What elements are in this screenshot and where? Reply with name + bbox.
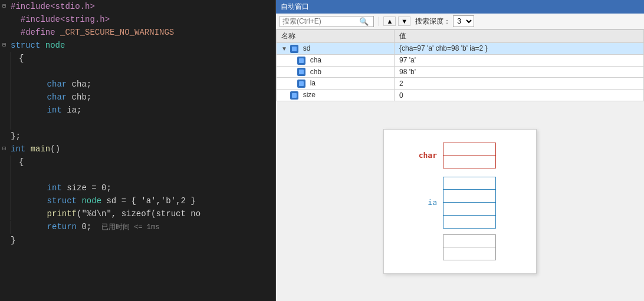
- expand-icon-9: [2, 104, 11, 117]
- expand-icon-3: [2, 26, 11, 39]
- code-text: (): [50, 143, 60, 156]
- expand-icon-10: [2, 117, 11, 130]
- code-text: int size = 0;: [27, 181, 111, 194]
- code-line-18: return 0; 已用时间 <= 1ms: [0, 220, 275, 234]
- expand-icon-15: [2, 181, 11, 194]
- mem-cell-ia3: [443, 203, 496, 216]
- search-box-container[interactable]: 🔍: [280, 16, 374, 27]
- indent-guide: [11, 194, 19, 207]
- var-name-cell: ia: [277, 78, 395, 90]
- expand-tri-chb: [288, 69, 295, 75]
- mem-row-char: char: [402, 143, 518, 168]
- indent-guide: [11, 207, 19, 220]
- expand-icon-14: [2, 168, 11, 181]
- expand-icon-5: [2, 52, 11, 65]
- table-row[interactable]: ▼ sd {cha=97 'a' chb=98 'b' ia=2 }: [277, 43, 644, 55]
- var-name: size: [303, 91, 316, 99]
- var-value-cell: 0: [395, 90, 644, 101]
- code-line-19: }: [0, 234, 275, 247]
- code-line-1: ⊟ #include<stdio.h>: [0, 0, 275, 13]
- code-text: char chb;: [27, 91, 91, 104]
- code-line-7: char cha;: [0, 78, 275, 91]
- mem-cell-pad2: [443, 247, 496, 260]
- var-value-cell: 97 'a': [395, 54, 644, 66]
- mem-cell-pad1: [443, 234, 496, 247]
- mem-cell-ia4: [443, 216, 496, 229]
- table-row[interactable]: cha 97 'a': [277, 54, 644, 66]
- expand-tri-cha: [288, 57, 295, 64]
- expand-icon-13: [2, 156, 11, 168]
- mem-label-char: char: [402, 151, 437, 160]
- var-name: ia: [310, 79, 316, 87]
- var-name: sd: [303, 44, 311, 52]
- code-text: #define _CRT_SECURE_NO_WARNINGS: [11, 26, 174, 39]
- indent-guide: [11, 221, 19, 234]
- expand-icon-4[interactable]: ⊟: [2, 39, 11, 52]
- table-row[interactable]: chb 98 'b': [277, 66, 644, 78]
- code-text: {: [19, 52, 24, 65]
- search-divider: │: [376, 16, 381, 26]
- expand-icon-17: [2, 207, 11, 220]
- code-line-2: #include<string.h>: [0, 13, 275, 26]
- code-line-17: printf("%d\n", sizeof(struct no: [0, 207, 275, 220]
- code-text: int: [11, 143, 25, 156]
- var-name-cell: cha: [277, 54, 395, 66]
- search-up-button[interactable]: ▲: [383, 16, 396, 26]
- indent-guide: [11, 104, 19, 117]
- code-line-13: {: [0, 156, 275, 168]
- search-icon[interactable]: 🔍: [359, 17, 369, 26]
- code-text: main: [31, 143, 51, 156]
- code-line-16: struct node sd = { 'a','b',2 }: [0, 194, 275, 207]
- autos-header: 自动窗口: [276, 0, 644, 14]
- code-text: struct: [11, 39, 45, 52]
- var-icon: [297, 80, 305, 88]
- var-icon: [290, 91, 298, 100]
- var-icon: [297, 57, 305, 65]
- code-line-4: ⊟ struct node: [0, 39, 275, 52]
- mem-cell-cha: [443, 143, 496, 156]
- search-input[interactable]: [282, 17, 359, 25]
- code-line-9: int ia;: [0, 104, 275, 117]
- var-value-cell: 98 'b': [395, 66, 644, 78]
- autos-toolbar: 🔍 │ ▲ ▼ 搜索深度： 3 1 2 4 5: [276, 14, 644, 29]
- code-line-11: };: [0, 130, 275, 143]
- mem-row-pad: [402, 234, 518, 260]
- var-icon: [290, 45, 298, 53]
- indent-guide: [11, 181, 19, 194]
- var-name: cha: [310, 56, 321, 64]
- indent-guide: [11, 91, 19, 104]
- expand-triangle-icon[interactable]: ▼: [281, 45, 288, 52]
- expand-tri-ia: [288, 80, 295, 87]
- mem-label-ia: ia: [402, 198, 437, 207]
- expand-icon-7: [2, 78, 11, 91]
- expand-icon-12[interactable]: ⊟: [2, 143, 11, 156]
- mem-cell-chb: [443, 156, 496, 168]
- code-text: printf("%d\n", sizeof(struct no: [27, 207, 201, 220]
- code-line-14: [0, 168, 275, 181]
- search-down-button[interactable]: ▼: [398, 16, 410, 26]
- expand-icon-19: [2, 234, 11, 247]
- mem-cell-ia2: [443, 190, 496, 203]
- code-line-15: int size = 0;: [0, 181, 275, 194]
- memory-box: char ia: [383, 129, 537, 274]
- indent-guide: [11, 168, 19, 181]
- code-editor: ⊟ #include<stdio.h> #include<string.h> #…: [0, 0, 276, 301]
- depth-select[interactable]: 3 1 2 4 5: [453, 15, 474, 27]
- code-text: #include<string.h>: [11, 13, 110, 26]
- expand-icon-1[interactable]: ⊟: [2, 0, 11, 13]
- table-row[interactable]: ia 2: [277, 78, 644, 90]
- table-row[interactable]: size 0: [277, 90, 644, 101]
- autos-panel: 自动窗口 🔍 │ ▲ ▼ 搜索深度： 3 1 2 4 5 名称 值: [276, 0, 644, 301]
- col-name: 名称: [277, 30, 395, 43]
- expand-icon-11: [2, 130, 11, 143]
- var-name-cell: size: [277, 90, 395, 101]
- code-line-10: [0, 117, 275, 130]
- code-text: {: [19, 156, 24, 168]
- code-text: char cha;: [27, 78, 91, 91]
- indent-guide: [11, 78, 19, 91]
- expand-icon-18: [2, 221, 11, 234]
- mem-row-ia-top: ia: [402, 177, 518, 229]
- code-text: int ia;: [27, 104, 81, 117]
- code-line-3: #define _CRT_SECURE_NO_WARNINGS: [0, 26, 275, 39]
- expand-icon-6: [2, 65, 11, 78]
